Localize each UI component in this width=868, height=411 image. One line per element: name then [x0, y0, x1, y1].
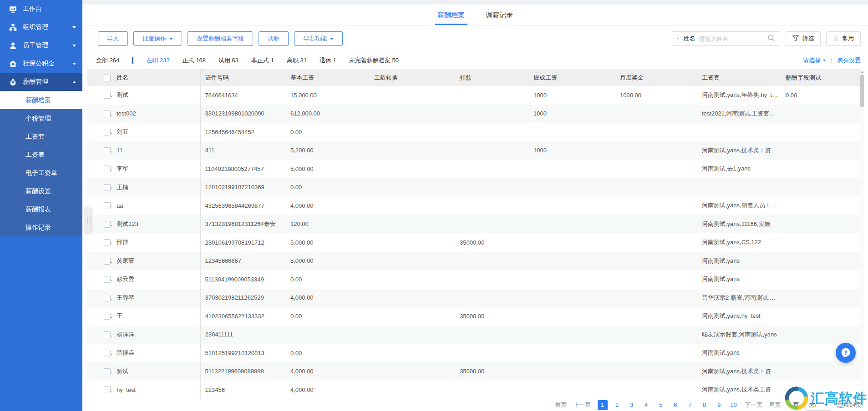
sidebar-item-org-management[interactable]: 组织管理 — [0, 18, 82, 36]
table-cell — [370, 123, 455, 141]
page-button-5[interactable]: 5 — [656, 400, 666, 410]
status-filter-非正式[interactable]: 非正式 1 — [251, 56, 274, 65]
header-settings-link[interactable]: 表头设置 — [837, 56, 861, 65]
tab-salary-adjustment-records[interactable]: 调薪记录 — [486, 5, 513, 25]
page-button-9[interactable]: 9 — [714, 400, 724, 410]
row-checkbox[interactable] — [104, 184, 111, 191]
favorite-button[interactable]: ☆ 常用 — [826, 31, 861, 46]
page-button-4[interactable]: 4 — [641, 400, 651, 410]
table-cell — [455, 344, 529, 362]
sidebar-item-label: 工作台 — [23, 5, 42, 13]
search-icon[interactable] — [767, 34, 775, 44]
row-checkbox[interactable] — [104, 165, 111, 172]
row-checkbox[interactable] — [104, 386, 111, 393]
row-checkbox[interactable] — [104, 92, 111, 99]
sidebar-subitem-工资套[interactable]: 工资套 — [0, 127, 82, 145]
table-row[interactable]: aa4325639658442698774,000.00河南测试,yans,销售… — [87, 196, 863, 215]
sidebar-subitem-薪酬设置[interactable]: 薪酬设置 — [0, 182, 82, 200]
row-checkbox[interactable] — [104, 313, 111, 320]
status-filter-离职[interactable]: 离职 31 — [287, 56, 307, 65]
status-filter-正式[interactable]: 正式 168 — [183, 56, 206, 65]
please-select-link[interactable]: 请选择 — [803, 56, 826, 65]
table-row[interactable]: 王楠1201021991072103690.00 — [87, 178, 863, 197]
table-row[interactable]: 王4102306556221333320.0035000.00河南测试,yans… — [87, 307, 863, 326]
sidebar-subitem-薪酬档案[interactable]: 薪酬档案 — [0, 91, 82, 109]
status-filter-退休[interactable]: 退休 1 — [320, 56, 336, 65]
status-filter-row: 全部 264在职 232正式 168试用 63非正式 1离职 31退休 1未完善… — [82, 52, 868, 69]
row-checkbox[interactable] — [104, 331, 111, 338]
status-filter-全部[interactable]: 全部 264 — [96, 56, 119, 65]
table-row[interactable]: 范博垚5101251992101200130.00河南测试,yans — [87, 344, 863, 362]
scrollbar-thumb[interactable] — [860, 75, 864, 107]
help-button[interactable]: ? — [836, 343, 856, 363]
row-checkbox[interactable] — [104, 258, 111, 265]
row-checkbox[interactable] — [104, 295, 111, 301]
row-checkbox[interactable] — [104, 239, 111, 246]
sidebar-item-employee-management[interactable]: 员工管理 — [0, 36, 82, 55]
row-checkbox[interactable] — [104, 129, 111, 135]
search-input[interactable] — [699, 35, 764, 42]
sidebar-subitem-薪酬报表[interactable]: 薪酬报表 — [0, 200, 82, 218]
row-checkbox[interactable] — [104, 276, 111, 283]
table-cell: test002 — [112, 105, 200, 123]
table-cell — [781, 105, 863, 123]
page-button-8[interactable]: 8 — [700, 400, 710, 410]
table-row[interactable]: hy_test1234564,000.00河南测试,yans,技术类工资 — [87, 381, 863, 399]
status-filter-未完善薪酬档案[interactable]: 未完善薪酬档案 50 — [349, 56, 399, 65]
table-row[interactable]: 测试5113221996080888884,000.0035000.00河南测试… — [87, 362, 863, 381]
sidebar-subitem-电子工资单[interactable]: 电子工资单 — [0, 164, 82, 182]
status-filter-试用[interactable]: 试用 63 — [218, 56, 239, 65]
toolbar-button-批量操作[interactable]: 批量操作 — [133, 31, 182, 46]
sidebar-item-social-insurance[interactable]: ¥ 社保公积金 — [0, 55, 82, 73]
table-row[interactable]: 114115,200.001000河南测试,yans,技术类工资 — [87, 141, 863, 160]
sidebar-item-workbench[interactable]: 工作台 — [0, 0, 82, 18]
sidebar-collapse-handle[interactable] — [84, 207, 93, 235]
row-checkbox[interactable] — [104, 147, 111, 154]
row-checkbox[interactable] — [104, 221, 111, 228]
table-cell — [455, 123, 529, 141]
sidebar-subitem-个税管理[interactable]: 个税管理 — [0, 109, 82, 127]
field-select-caret-icon[interactable] — [677, 38, 680, 40]
next-page-button[interactable]: 下一页 — [745, 401, 763, 409]
select-all-checkbox[interactable] — [104, 75, 111, 81]
tab-salary-archive[interactable]: 薪酬档案 — [437, 5, 465, 25]
row-checkbox[interactable] — [104, 202, 111, 209]
row-checkbox[interactable] — [104, 368, 111, 375]
scroll-up-arrow-icon[interactable] — [860, 71, 864, 73]
sidebar-subitem-操作记录[interactable]: 操作记录 — [0, 218, 82, 236]
sidebar-subitem-工资表[interactable]: 工资表 — [0, 145, 82, 164]
table-row[interactable]: 邢博2301061997081917125,000.0035000.00河南测试… — [87, 233, 863, 252]
table-row[interactable]: 黄家研123456666675,000.00河南测试,yans — [87, 252, 863, 271]
page-button-1[interactable]: 1 — [598, 400, 608, 410]
last-page-button[interactable]: 尾页 — [769, 401, 781, 409]
per-page-select[interactable]: 20 — [806, 400, 831, 411]
table-row[interactable]: 刘五1256456464544520.00 — [87, 123, 863, 141]
table-row[interactable]: 测试764664163415,000.0010001000.00河南测试,yan… — [87, 86, 863, 105]
status-filter-在职[interactable]: 在职 232 — [146, 56, 169, 65]
toolbar-button-调薪[interactable]: 调薪 — [259, 31, 289, 46]
first-page-button[interactable]: 首页 — [555, 401, 567, 409]
toolbar-button-导出功能[interactable]: 导出功能 — [294, 31, 343, 46]
page-button-7[interactable]: 7 — [685, 400, 695, 410]
table-row[interactable]: test002330123199801020090612,000.001000t… — [87, 105, 863, 123]
filter-button[interactable]: 筛选 — [786, 31, 821, 46]
row-checkbox[interactable] — [104, 110, 111, 117]
table-row[interactable]: 彭云秀5113041990090533490.00河南测试,yans — [87, 270, 863, 289]
table-row[interactable]: 李军1104021980052774575,000.00河南测试,去1,yans — [87, 160, 863, 178]
table-row[interactable]: 杨洋洋230411111聪友演示账套,河南测试,yans — [87, 326, 863, 344]
status-row-right: 请选择 表头设置 — [803, 56, 861, 65]
page-button-2[interactable]: 2 — [612, 400, 622, 410]
toolbar-button-导入[interactable]: 导入 — [98, 31, 128, 46]
row-checkbox[interactable] — [104, 350, 111, 356]
vertical-scrollbar[interactable] — [860, 69, 864, 399]
page-button-3[interactable]: 3 — [627, 400, 637, 410]
table-cell: 123456 — [200, 381, 286, 399]
page-button-10[interactable]: 10 — [729, 400, 739, 410]
table-row[interactable]: 王蓉琴3703021982112625294,000.00普华演示2-薪资,河南… — [87, 289, 863, 307]
row-checkbox-cell — [87, 141, 112, 160]
sidebar-item-salary-management[interactable]: ¥ 薪酬管理 — [0, 73, 82, 91]
page-button-6[interactable]: 6 — [670, 400, 680, 410]
toolbar-button-设置薪酬档案字段[interactable]: 设置薪酬档案字段 — [188, 31, 253, 46]
table-row[interactable]: 测试123371323196812311264泰安120.00河南测试,yans… — [87, 215, 863, 234]
prev-page-button[interactable]: 上一页 — [574, 401, 591, 409]
